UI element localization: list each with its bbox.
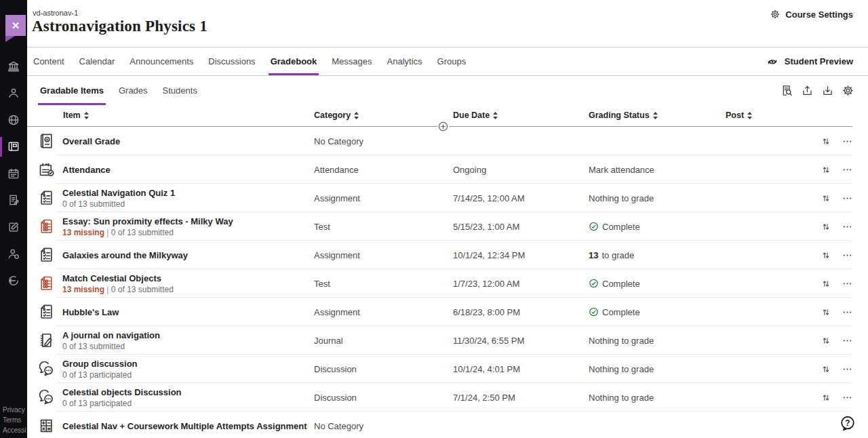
category-cell: No Category [314,136,363,146]
column-label: Category [314,111,351,120]
sidebar-item-globe[interactable] [0,106,27,134]
sidebar-item-institution[interactable] [0,53,27,80]
item-link[interactable]: Overall Grade [62,136,120,146]
sidebar-item-calendar[interactable] [0,160,27,187]
tab-content[interactable]: Content [31,47,66,75]
download-button[interactable] [821,84,834,97]
row-menu-button[interactable] [842,165,852,175]
column-header-due-date[interactable]: Due Date [453,111,498,120]
subtab-grades[interactable]: Grades [117,76,150,105]
row-menu-button[interactable] [842,336,852,346]
tab-announcements[interactable]: Announcements [127,47,195,75]
tab-groups[interactable]: Groups [435,47,469,75]
grading-status-cell: Complete [589,222,640,232]
table-row: A journal on navigation0 of 13 submitted… [27,326,868,355]
reorder-row-button[interactable] [821,307,831,317]
reorder-row-button[interactable] [821,222,831,232]
table-row: Galaxies around the MilkywayAssignment10… [27,241,868,269]
page-title: Astronavigation Physics 1 [32,18,208,35]
row-menu-button[interactable] [842,250,852,260]
footer-link-privacy[interactable]: Privacy [3,405,26,415]
assignment-icon [37,189,56,207]
sort-icon [83,111,90,120]
item-link[interactable]: Celestial Nav + Coursework Multiple Atte… [62,421,307,431]
grade-history-icon [781,84,793,97]
reorder-row-button[interactable] [821,279,831,289]
reorder-row-button[interactable] [821,165,831,175]
course-settings-button[interactable]: Course Settings [770,9,853,20]
category-cell: Discussion [314,364,357,374]
reorder-row-button[interactable] [821,393,831,403]
tab-calendar[interactable]: Calendar [77,47,117,75]
row-menu-button[interactable] [842,279,852,289]
category-cell: No Category [314,421,363,431]
upload-button[interactable] [801,84,814,97]
gradebook-toolbar [781,76,854,105]
item-link[interactable]: Celestial Navigation Quiz 1 [62,188,175,198]
footer-link-accessibility[interactable]: Accessibility [3,425,26,435]
row-menu-button[interactable] [842,307,852,317]
row-menu-button[interactable] [842,193,852,203]
column-label: Item [63,111,81,120]
reorder-row-button[interactable] [821,193,831,203]
reorder-row-button[interactable] [821,336,831,346]
due-date-cell: 7/14/25, 12:00 AM [453,193,525,203]
item-link[interactable]: Celestial objects Discussion [62,387,182,397]
help-button[interactable]: ? [838,414,857,433]
row-menu-button[interactable] [842,222,852,232]
table-row: Essay: Sun proximity effects - Milky Way… [27,212,868,241]
student-preview-button[interactable]: Student Preview [766,47,853,75]
column-header-category[interactable]: Category [314,111,359,120]
item-submission-summary: 13 missing | 0 of 13 submitted [62,228,233,237]
subtab-students[interactable]: Students [161,76,199,105]
footer-link-terms[interactable]: Terms [3,415,26,425]
gear-button[interactable] [842,84,854,97]
tab-analytics[interactable]: Analytics [385,47,425,75]
table-row: Hubble's LawAssignment6/18/23, 8:00 PMCo… [27,298,868,326]
sidebar-item-activity-stream[interactable] [0,187,27,214]
grading-status-cell: 13 to grade [589,250,634,260]
row-menu-button[interactable] [842,136,852,146]
item-link[interactable]: Essay: Sun proximity effects - Milky Way [62,216,233,226]
add-item-button[interactable] [437,121,449,132]
sidebar-item-messages[interactable] [0,214,27,241]
column-header-grading-status[interactable]: Grading Status [589,111,658,120]
course-settings-label: Course Settings [785,9,853,20]
due-date-cell: 5/15/23, 1:00 AM [453,222,519,232]
reorder-row-button[interactable] [821,364,831,374]
sidebar-item-profile[interactable] [0,80,27,107]
tab-gradebook[interactable]: Gradebook [269,47,319,75]
journal-icon [37,332,56,350]
courses-icon [7,140,20,153]
grade-history-button[interactable] [781,84,793,97]
table-row: Celestial Nav + Coursework Multiple Atte… [27,412,868,438]
gear-icon [770,9,781,20]
row-menu-button[interactable] [842,393,852,403]
sidebar-item-sign-out[interactable] [0,267,27,294]
sort-icon [353,111,359,120]
column-header-item[interactable]: Item [63,111,90,120]
gradebook-page: PrivacyTermsAccessibility ✕ vd-astronav-… [0,0,868,438]
close-course-button[interactable]: ✕ [5,15,26,36]
item-link[interactable]: Galaxies around the Milkyway [62,250,188,260]
subtab-gradable-items[interactable]: Gradable Items [38,76,106,105]
tab-discussions[interactable]: Discussions [206,47,257,75]
reorder-row-button[interactable] [821,250,831,260]
item-link[interactable]: Attendance [62,165,111,175]
item-link[interactable]: Group discussion [62,359,138,369]
institution-icon [7,60,20,73]
grading-status-cell: Nothing to grade [589,364,654,374]
category-cell: Test [314,222,330,232]
due-date-cell: 6/18/23, 8:00 PM [453,307,520,317]
row-menu-button[interactable] [842,364,852,374]
item-submission-summary: 0 of 13 submitted [62,342,160,351]
item-link[interactable]: Match Celestial Objects [62,273,174,283]
item-link[interactable]: A journal on navigation [62,330,160,340]
sidebar-item-courses[interactable] [0,134,27,161]
sidebar-item-admin[interactable] [0,241,27,268]
item-link[interactable]: Hubble's Law [62,307,119,317]
course-header: vd-astronav-1 Astronavigation Physics 1 … [27,0,868,47]
column-header-post[interactable]: Post [726,111,753,120]
reorder-row-button[interactable] [821,136,831,146]
tab-messages[interactable]: Messages [330,47,374,75]
